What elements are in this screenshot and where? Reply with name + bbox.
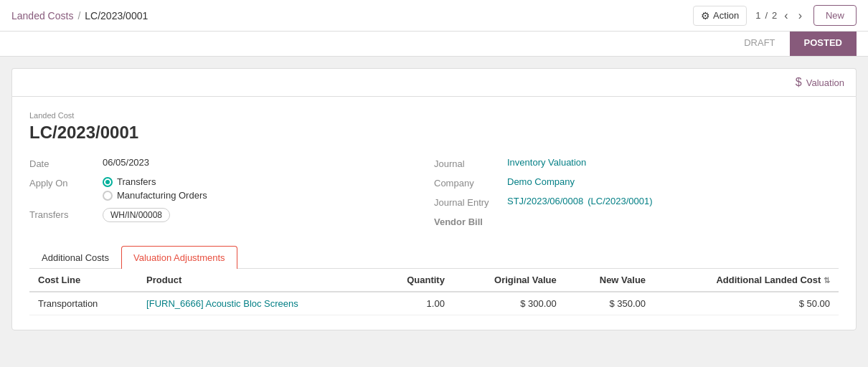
cell-additional-landed-cost: $ 50.00	[654, 292, 839, 315]
transfers-row: Transfers WH/IN/00008	[29, 208, 420, 222]
sort-icon[interactable]: ⇅	[824, 276, 830, 285]
company-label: Company	[434, 176, 499, 189]
tab-draft[interactable]: DRAFT	[730, 32, 789, 56]
form-left: Date 06/05/2023 Apply On Transfers Manuf…	[29, 157, 434, 234]
pagination-current: 1	[755, 10, 760, 21]
product-link[interactable]: [FURN_6666] Acoustic Bloc Screens	[146, 298, 298, 309]
apply-on-label: Apply On	[29, 176, 94, 189]
main-content: $ Valuation Landed Cost LC/2023/0001 Dat…	[0, 57, 868, 342]
radio-manufacturing-item[interactable]: Manufacturing Orders	[103, 190, 207, 201]
breadcrumb-parent[interactable]: Landed Costs	[11, 10, 73, 22]
transfers-label: Transfers	[29, 208, 94, 220]
journal-entry-link1[interactable]: STJ/2023/06/0008	[507, 196, 583, 206]
tab-posted[interactable]: POSTED	[790, 32, 857, 56]
form-card: Landed Cost LC/2023/0001 Date 06/05/2023…	[11, 96, 857, 330]
col-product: Product	[138, 269, 376, 292]
breadcrumb: Landed Costs / LC/2023/0001	[11, 10, 148, 22]
table-row: Transportation [FURN_6666] Acoustic Bloc…	[29, 292, 839, 315]
valuation-button[interactable]: $ Valuation	[796, 76, 844, 89]
radio-manufacturing-label: Manufacturing Orders	[117, 190, 207, 201]
cell-quantity: 1.00	[376, 292, 453, 315]
cell-original-value: $ 300.00	[453, 292, 565, 315]
journal-value[interactable]: Inventory Valuation	[507, 157, 586, 168]
breadcrumb-separator: /	[77, 10, 80, 22]
action-button[interactable]: ⚙ Action	[693, 6, 747, 26]
journal-entry-label: Journal Entry	[434, 196, 499, 208]
action-label: Action	[713, 10, 739, 21]
form-grid: Date 06/05/2023 Apply On Transfers Manuf…	[29, 157, 839, 234]
pagination: 1 / 2 ‹ ›	[755, 8, 805, 24]
vendor-bill-row: Vendor Bill	[434, 215, 824, 227]
top-bar-actions: ⚙ Action 1 / 2 ‹ › New	[693, 5, 857, 26]
journal-entry-row: Journal Entry STJ/2023/06/0008 (LC/2023/…	[434, 196, 824, 208]
next-page-button[interactable]: ›	[796, 8, 805, 24]
col-cost-line: Cost Line	[29, 269, 138, 292]
record-type-label: Landed Cost	[29, 111, 839, 120]
pagination-sep: /	[765, 10, 768, 21]
date-row: Date 06/05/2023	[29, 157, 420, 169]
journal-entry-links: STJ/2023/06/0008 (LC/2023/0001)	[507, 196, 653, 206]
col-additional-landed-cost: Additional Landed Cost ⇅	[654, 269, 839, 292]
col-original-value: Original Value	[453, 269, 565, 292]
col-new-value: New Value	[565, 269, 654, 292]
apply-on-options: Transfers Manufacturing Orders	[103, 176, 207, 201]
prev-page-button[interactable]: ‹	[781, 8, 791, 24]
valuation-bar: $ Valuation	[11, 68, 857, 96]
journal-entry-link2[interactable]: (LC/2023/0001)	[588, 196, 652, 206]
dollar-icon: $	[796, 76, 802, 89]
journal-label: Journal	[434, 157, 499, 169]
tab-additional-costs[interactable]: Additional Costs	[29, 246, 121, 269]
radio-transfers-item[interactable]: Transfers	[103, 176, 207, 187]
status-bar: DRAFT POSTED	[0, 32, 868, 57]
form-right: Journal Inventory Valuation Company Demo…	[434, 157, 839, 234]
radio-transfers-label: Transfers	[117, 176, 156, 187]
gear-icon: ⚙	[701, 10, 710, 22]
tab-bar: Additional Costs Valuation Adjustments	[29, 246, 839, 269]
valuation-table: Cost Line Product Quantity Original Valu…	[29, 269, 839, 315]
cell-new-value: $ 350.00	[565, 292, 654, 315]
date-label: Date	[29, 157, 94, 169]
transfer-badge[interactable]: WH/IN/00008	[103, 208, 170, 222]
cell-cost-line: Transportation	[29, 292, 138, 315]
valuation-label: Valuation	[806, 77, 844, 88]
apply-on-row: Apply On Transfers Manufacturing Orders	[29, 176, 420, 201]
vendor-bill-label: Vendor Bill	[434, 215, 499, 227]
cell-product: [FURN_6666] Acoustic Bloc Screens	[138, 292, 376, 315]
radio-transfers-dot	[103, 177, 113, 187]
radio-manufacturing-dot	[103, 191, 113, 201]
record-title: LC/2023/0001	[29, 123, 839, 143]
col-quantity: Quantity	[376, 269, 453, 292]
pagination-total: 2	[772, 10, 777, 21]
journal-row: Journal Inventory Valuation	[434, 157, 824, 169]
company-row: Company Demo Company	[434, 176, 824, 189]
breadcrumb-current: LC/2023/0001	[85, 10, 148, 22]
date-value: 06/05/2023	[103, 157, 149, 168]
tab-valuation-adjustments[interactable]: Valuation Adjustments	[121, 246, 237, 269]
company-value[interactable]: Demo Company	[507, 176, 575, 187]
new-button[interactable]: New	[813, 5, 857, 26]
top-bar: Landed Costs / LC/2023/0001 ⚙ Action 1 /…	[0, 0, 868, 32]
table-header-row: Cost Line Product Quantity Original Valu…	[29, 269, 839, 292]
